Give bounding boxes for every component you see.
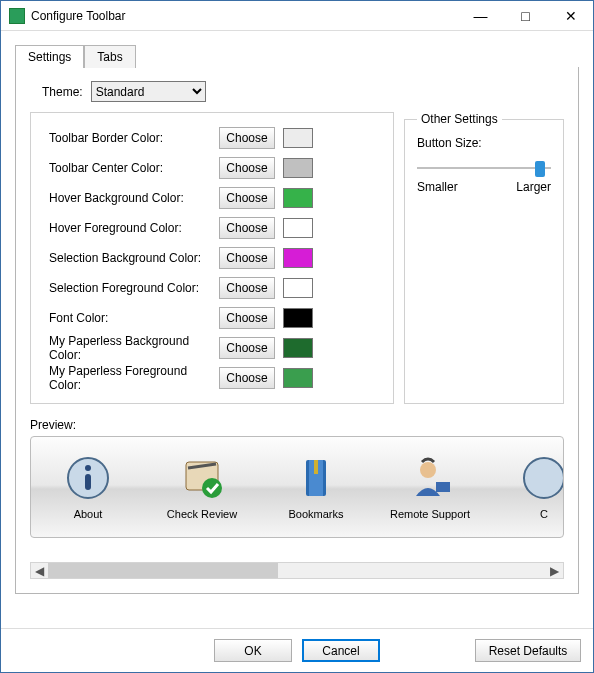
svg-point-10 bbox=[524, 458, 564, 498]
toolbar-button[interactable]: Bookmarks bbox=[259, 437, 373, 537]
svg-point-8 bbox=[420, 462, 436, 478]
color-swatch bbox=[283, 308, 313, 328]
color-row: Toolbar Border Color:Choose bbox=[49, 123, 381, 153]
preview-label: Preview: bbox=[30, 418, 564, 432]
color-label: Font Color: bbox=[49, 311, 219, 325]
toolbar-button[interactable]: C bbox=[487, 437, 564, 537]
toolbar-button-label: Check Review bbox=[167, 508, 237, 520]
button-label: OK bbox=[244, 644, 261, 658]
scroll-left-arrow[interactable]: ◀ bbox=[31, 563, 48, 578]
color-row: My Paperless Foreground Color:Choose bbox=[49, 363, 381, 393]
color-row: Hover Foreground Color:Choose bbox=[49, 213, 381, 243]
choose-color-button[interactable]: Choose bbox=[219, 367, 275, 389]
color-swatch bbox=[283, 188, 313, 208]
dialog-window: Configure Toolbar ― □ ✕ Settings Tabs Th… bbox=[0, 0, 594, 673]
colors-group: Toolbar Border Color:ChooseToolbar Cente… bbox=[30, 112, 394, 404]
color-row: Hover Background Color:Choose bbox=[49, 183, 381, 213]
tab-panel-settings: Theme: Standard Toolbar Border Color:Cho… bbox=[15, 67, 579, 594]
color-row: Selection Foreground Color:Choose bbox=[49, 273, 381, 303]
choose-color-button[interactable]: Choose bbox=[219, 307, 275, 329]
choose-color-button[interactable]: Choose bbox=[219, 337, 275, 359]
info-icon bbox=[64, 454, 112, 502]
maximize-button[interactable]: □ bbox=[503, 1, 548, 30]
circle-icon bbox=[520, 454, 564, 502]
button-size-label: Button Size: bbox=[417, 136, 551, 150]
choose-color-button[interactable]: Choose bbox=[219, 157, 275, 179]
svg-rect-9 bbox=[436, 482, 450, 492]
toolbar-button-label: Bookmarks bbox=[288, 508, 343, 520]
button-label: Reset Defaults bbox=[489, 644, 568, 658]
theme-select[interactable]: Standard bbox=[91, 81, 206, 102]
choose-color-button[interactable]: Choose bbox=[219, 217, 275, 239]
book-icon bbox=[292, 454, 340, 502]
person-icon bbox=[406, 454, 454, 502]
slider-max-label: Larger bbox=[516, 180, 551, 194]
color-swatch bbox=[283, 368, 313, 388]
choose-color-button[interactable]: Choose bbox=[219, 247, 275, 269]
preview-scrollbar[interactable]: ◀ ▶ bbox=[30, 562, 564, 579]
slider-track bbox=[417, 167, 551, 169]
app-icon bbox=[9, 8, 25, 24]
color-row: My Paperless Background Color:Choose bbox=[49, 333, 381, 363]
color-label: Selection Background Color: bbox=[49, 251, 219, 265]
color-swatch bbox=[283, 278, 313, 298]
choose-color-button[interactable]: Choose bbox=[219, 277, 275, 299]
ok-button[interactable]: OK bbox=[214, 639, 292, 662]
slider-thumb[interactable] bbox=[535, 161, 545, 177]
color-label: Toolbar Center Color: bbox=[49, 161, 219, 175]
settings-columns: Toolbar Border Color:ChooseToolbar Cente… bbox=[30, 112, 564, 404]
color-label: Hover Foreground Color: bbox=[49, 221, 219, 235]
tab-label: Tabs bbox=[97, 50, 122, 64]
slider-labels: Smaller Larger bbox=[417, 180, 551, 194]
toolbar-button[interactable]: Remote Support bbox=[373, 437, 487, 537]
scroll-right-arrow[interactable]: ▶ bbox=[546, 563, 563, 578]
toolbar-button[interactable]: Check Review bbox=[145, 437, 259, 537]
color-label: Selection Foreground Color: bbox=[49, 281, 219, 295]
button-size-slider-wrap: Smaller Larger bbox=[417, 158, 551, 194]
toolbar-button-label: About bbox=[74, 508, 103, 520]
svg-point-4 bbox=[202, 478, 222, 498]
svg-rect-7 bbox=[314, 460, 318, 474]
color-swatch bbox=[283, 128, 313, 148]
toolbar-button[interactable]: About bbox=[31, 437, 145, 537]
color-label: My Paperless Background Color: bbox=[49, 334, 219, 362]
button-size-slider[interactable] bbox=[417, 158, 551, 178]
slider-min-label: Smaller bbox=[417, 180, 458, 194]
window-title: Configure Toolbar bbox=[31, 9, 458, 23]
titlebar: Configure Toolbar ― □ ✕ bbox=[1, 1, 593, 31]
color-swatch bbox=[283, 158, 313, 178]
tab-tabs[interactable]: Tabs bbox=[84, 45, 135, 68]
color-row: Selection Background Color:Choose bbox=[49, 243, 381, 273]
toolbar-button-label: C bbox=[540, 508, 548, 520]
color-swatch bbox=[283, 248, 313, 268]
check-icon bbox=[178, 454, 226, 502]
close-button[interactable]: ✕ bbox=[548, 1, 593, 30]
theme-label: Theme: bbox=[42, 85, 83, 99]
dialog-footer: OK Cancel Reset Defaults bbox=[1, 628, 593, 672]
color-label: Hover Background Color: bbox=[49, 191, 219, 205]
svg-rect-2 bbox=[85, 474, 91, 490]
button-label: Cancel bbox=[322, 644, 359, 658]
tab-label: Settings bbox=[28, 50, 71, 64]
toolbar-button-label: Remote Support bbox=[390, 508, 470, 520]
other-settings-group: Other Settings Button Size: Smaller Larg… bbox=[404, 112, 564, 404]
tabstrip: Settings Tabs bbox=[15, 45, 579, 68]
color-row: Font Color:Choose bbox=[49, 303, 381, 333]
cancel-button[interactable]: Cancel bbox=[302, 639, 380, 662]
color-label: Toolbar Border Color: bbox=[49, 131, 219, 145]
color-swatch bbox=[283, 218, 313, 238]
choose-color-button[interactable]: Choose bbox=[219, 187, 275, 209]
reset-defaults-button[interactable]: Reset Defaults bbox=[475, 639, 581, 662]
color-swatch bbox=[283, 338, 313, 358]
content-area: Settings Tabs Theme: Standard Toolbar Bo… bbox=[1, 31, 593, 628]
tab-settings[interactable]: Settings bbox=[15, 45, 84, 68]
choose-color-button[interactable]: Choose bbox=[219, 127, 275, 149]
other-settings-legend: Other Settings bbox=[417, 112, 502, 126]
preview-toolbar: AboutCheck ReviewBookmarksRemote Support… bbox=[30, 436, 564, 538]
theme-row: Theme: Standard bbox=[42, 81, 564, 102]
color-row: Toolbar Center Color:Choose bbox=[49, 153, 381, 183]
scroll-thumb[interactable] bbox=[48, 563, 278, 578]
svg-point-1 bbox=[85, 465, 91, 471]
minimize-button[interactable]: ― bbox=[458, 1, 503, 30]
color-label: My Paperless Foreground Color: bbox=[49, 364, 219, 392]
